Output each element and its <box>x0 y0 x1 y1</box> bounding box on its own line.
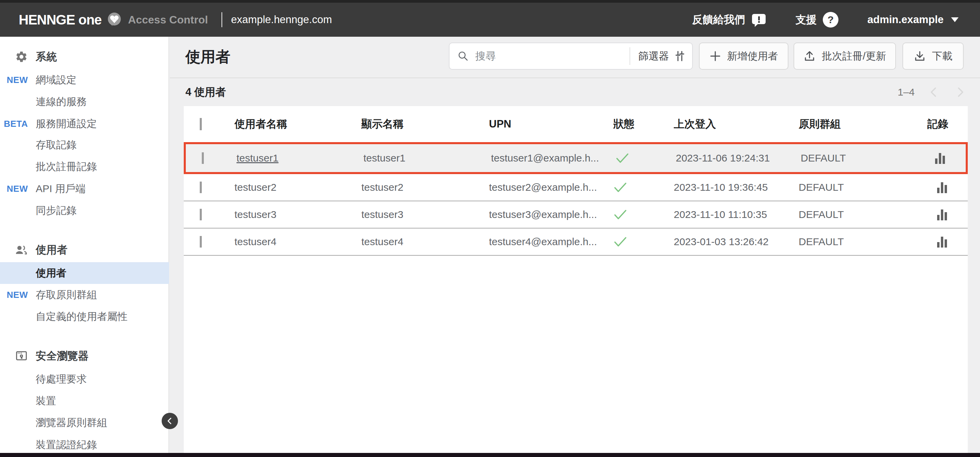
sidebar: 系統 NEW 網域設定 連線的服務 BETA 服務開通設定 存取記錄 批次註冊記… <box>0 37 169 453</box>
row-checkbox[interactable] <box>200 182 202 193</box>
chevron-left-icon <box>165 417 174 425</box>
account-name: admin.example <box>867 14 943 26</box>
status-active-icon <box>613 208 674 221</box>
sidebar-item-api-clients[interactable]: NEW API 用戶端 <box>0 178 169 200</box>
username-link[interactable]: testuser4 <box>234 236 361 248</box>
col-upn: UPN <box>489 118 613 130</box>
prev-page-button[interactable] <box>926 85 941 100</box>
page: HENNGE one Access Control example.hennge… <box>0 0 980 457</box>
display-name: testuser3 <box>361 209 489 221</box>
table-header-row: 使用者名稱 顯示名稱 UPN 狀態 上次登入 原則群組 記錄 <box>184 106 968 142</box>
sidebar-item-sync-logs[interactable]: 同步記錄 <box>0 200 169 221</box>
sidebar-section-users: 使用者 <box>0 239 169 261</box>
sidebar-item-domain-settings[interactable]: NEW 網域設定 <box>0 69 169 91</box>
username-link[interactable]: testuser3 <box>234 209 361 221</box>
policy-group: DEFAULT <box>801 152 929 164</box>
row-checkbox[interactable] <box>200 209 202 221</box>
search-input[interactable] <box>476 50 630 62</box>
topbar: HENNGE one Access Control example.hennge… <box>0 0 980 37</box>
support-button[interactable]: 支援 <box>795 12 838 27</box>
header-divider <box>170 78 980 78</box>
sidebar-item-access-logs[interactable]: 存取記錄 <box>0 134 169 156</box>
col-records: 記錄 <box>927 117 968 131</box>
upn: testuser4@example.h... <box>489 236 613 248</box>
user-row-testuser2[interactable]: testuser2 testuser2 testuser2@example.h.… <box>184 174 968 201</box>
tenant-domain: example.hennge.com <box>231 14 332 26</box>
next-page-button[interactable] <box>953 85 968 100</box>
new-badge: NEW <box>0 290 28 300</box>
sidebar-item-pending-requests[interactable]: 待處理要求 <box>0 368 169 390</box>
gear-icon <box>15 50 28 63</box>
sidebar-item-bulk-registration-logs[interactable]: 批次註冊記錄 <box>0 156 169 178</box>
sidebar-item-device-auth-logs[interactable]: 裝置認證紀錄 <box>0 434 169 455</box>
feedback-button[interactable]: 反饋給我們 <box>692 12 767 27</box>
last-login: 2023-11-10 19:36:45 <box>674 182 799 193</box>
download-icon <box>914 50 926 62</box>
upn: testuser1@example.h... <box>491 152 615 164</box>
add-user-button[interactable]: 新增使用者 <box>699 43 788 70</box>
product-name: Access Control <box>128 14 208 26</box>
pagination: 1–4 <box>898 85 968 100</box>
search-box: 篩選器 <box>449 43 693 70</box>
user-row-testuser3[interactable]: testuser3 testuser3 testuser3@example.h.… <box>184 201 968 228</box>
sidebar-item-connected-services[interactable]: 連線的服務 <box>0 91 169 113</box>
col-policy-group: 原則群組 <box>799 117 927 131</box>
download-button[interactable]: 下載 <box>902 43 964 70</box>
status-active-icon <box>613 181 674 194</box>
status-active-icon <box>613 236 674 248</box>
topbar-divider <box>221 12 222 27</box>
col-display-name: 顯示名稱 <box>361 117 489 131</box>
section-title: 安全瀏覽器 <box>36 349 89 363</box>
sidebar-section-system: 系統 <box>0 46 169 68</box>
col-username: 使用者名稱 <box>234 117 361 131</box>
list-count-bar: 4 使用者 1–4 <box>185 79 968 105</box>
sidebar-item-custom-user-attributes[interactable]: 自定義的使用者屬性 <box>0 306 169 327</box>
account-menu[interactable]: admin.example <box>867 14 959 26</box>
display-name: testuser1 <box>363 152 491 164</box>
user-row-testuser1[interactable]: testuser1 testuser1 testuser1@example.h.… <box>184 142 968 174</box>
users-table: 使用者名稱 顯示名稱 UPN 狀態 上次登入 原則群組 記錄 testuser1… <box>184 106 968 453</box>
chevron-down-icon <box>951 17 959 22</box>
sidebar-item-users[interactable]: 使用者 <box>0 262 169 284</box>
user-count: 4 使用者 <box>185 85 226 99</box>
sidebar-item-devices[interactable]: 裝置 <box>0 390 169 412</box>
help-question-icon <box>823 12 838 27</box>
hennge-logo-icon <box>106 11 123 28</box>
records-chart-icon[interactable] <box>937 235 948 248</box>
section-title: 系統 <box>36 50 57 64</box>
last-login: 2023-01-03 13:26:42 <box>674 236 799 248</box>
row-checkbox[interactable] <box>200 236 202 248</box>
sidebar-collapse-button[interactable] <box>162 413 178 429</box>
support-label: 支援 <box>795 13 817 27</box>
display-name: testuser2 <box>361 182 489 193</box>
users-icon <box>15 243 28 256</box>
topbar-right: 反饋給我們 支援 admin.example <box>692 12 980 27</box>
upn: testuser3@example.h... <box>489 209 613 221</box>
sidebar-item-browser-policy-groups[interactable]: 瀏覽器原則群組 <box>0 412 169 433</box>
select-all-checkbox[interactable] <box>200 118 202 130</box>
bulk-register-button[interactable]: 批次註冊/更新 <box>794 43 896 70</box>
feedback-bubble-icon <box>751 12 767 27</box>
row-checkbox[interactable] <box>202 152 204 164</box>
policy-group: DEFAULT <box>799 209 927 221</box>
username-link[interactable]: testuser1 <box>237 152 363 164</box>
records-chart-icon[interactable] <box>937 208 948 221</box>
search-filter-divider <box>630 47 630 65</box>
username-link[interactable]: testuser2 <box>234 182 361 193</box>
last-login: 2023-11-10 11:10:35 <box>674 209 799 221</box>
filter-button[interactable]: 篩選器 <box>638 49 685 63</box>
desktop-edge <box>0 453 980 457</box>
topbar-left: HENNGE one Access Control example.hennge… <box>0 11 332 28</box>
policy-group: DEFAULT <box>799 182 927 193</box>
user-row-testuser4[interactable]: testuser4 testuser4 testuser4@example.h.… <box>184 228 968 256</box>
last-login: 2023-11-06 19:24:31 <box>676 152 801 164</box>
records-chart-icon[interactable] <box>937 181 948 194</box>
records-chart-icon[interactable] <box>934 152 946 165</box>
upload-icon <box>803 50 816 62</box>
col-last-login: 上次登入 <box>674 117 799 131</box>
col-status: 狀態 <box>613 117 674 131</box>
sidebar-item-access-policy-groups[interactable]: NEW 存取原則群組 <box>0 284 169 306</box>
filter-label: 篩選器 <box>638 49 669 63</box>
sidebar-section-secure-browser: 安全瀏覽器 <box>0 345 169 367</box>
sidebar-item-service-provisioning[interactable]: BETA 服務開通設定 <box>0 113 169 135</box>
